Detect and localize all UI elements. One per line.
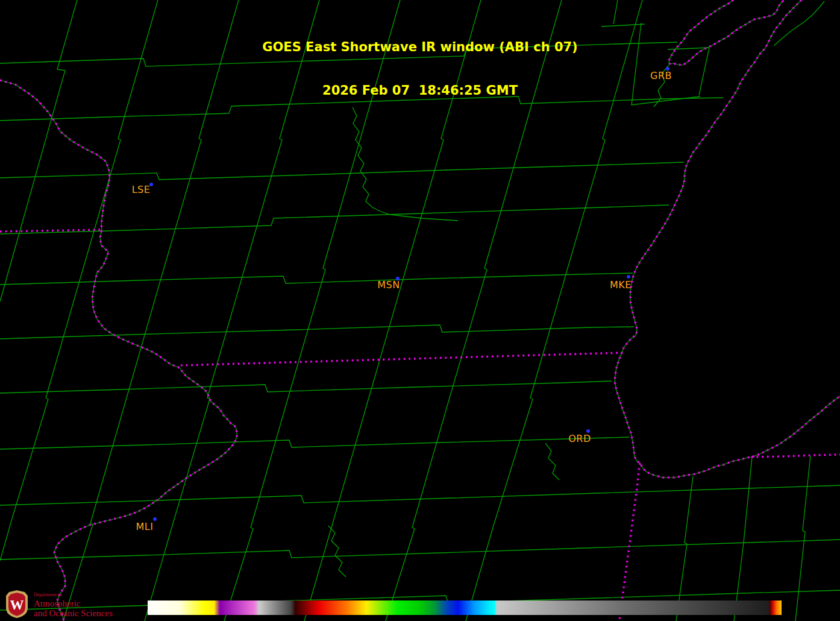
logo-name-line2: and Oceanic Sciences xyxy=(34,608,113,618)
temperature-colorbar xyxy=(148,601,782,615)
aos-logo: W Department of Atmospheric and Oceanic … xyxy=(5,590,113,619)
crest-monogram: W xyxy=(10,597,24,613)
station-label: GRB xyxy=(650,70,672,81)
logo-text: Department of Atmospheric and Oceanic Sc… xyxy=(34,590,113,618)
product-title-block: GOES East Shortwave IR window (ABI ch 07… xyxy=(0,11,840,127)
station-label: MSN xyxy=(377,279,400,291)
satellite-image-viewport: GOES East Shortwave IR window (ABI ch 07… xyxy=(0,0,840,621)
station-label: MKE xyxy=(610,279,632,291)
uw-crest-icon: W xyxy=(5,590,29,619)
logo-name-line1: Atmospheric xyxy=(34,599,113,608)
product-timestamp: 2026 Feb 07 18:46:25 GMT xyxy=(0,83,840,98)
product-title: GOES East Shortwave IR window (ABI ch 07… xyxy=(0,40,840,54)
station-label: LSE xyxy=(132,184,151,195)
logo-dept-line: Department of xyxy=(34,592,113,597)
station-label: MLI xyxy=(136,521,154,532)
station-dot xyxy=(627,275,630,279)
station-label: ORD xyxy=(568,433,591,444)
station-dot xyxy=(153,517,157,521)
